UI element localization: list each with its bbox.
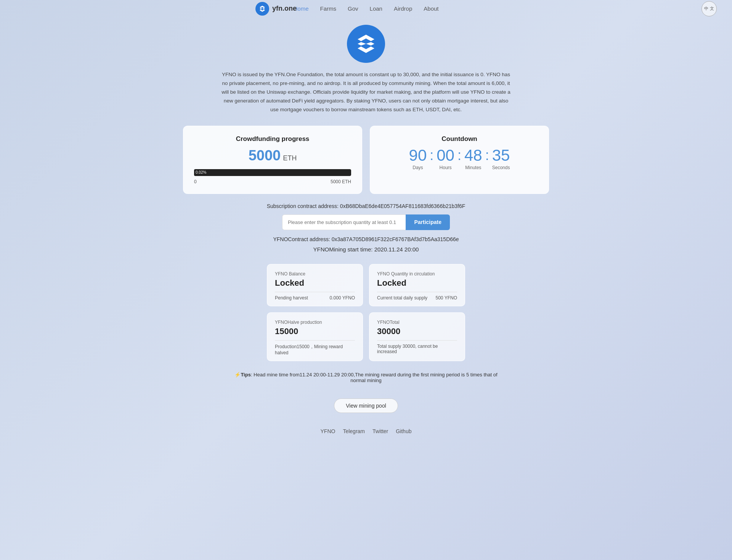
info-card-divider-2 [377, 292, 457, 292]
info-card-balance-row: Pending harvest 0.000 YFNO [275, 295, 355, 301]
cf-range-max: 5000 ETH [331, 179, 351, 184]
info-card-total-row: Total supply 30000, cannot be increased [377, 344, 457, 354]
yfno-contract-label: YFNOContract address: [273, 236, 330, 242]
info-card-balance-value: Locked [275, 278, 355, 288]
footer-links: YFNO Telegram Twitter Github [321, 428, 412, 434]
logo-text: yfn.one [272, 5, 297, 13]
info-card-divider [275, 292, 355, 292]
view-mining-pool-button[interactable]: View mining pool [334, 398, 398, 413]
progress-bar-wrap: 0.02% [194, 169, 351, 176]
tips-body: : Head mine time from11.24 20:00-11.29 2… [251, 372, 498, 383]
info-card-balance-sub-value: 0.000 YFNO [330, 295, 355, 301]
tips-text: ⚡Tips: Head mine time from11.24 20:00-11… [233, 372, 499, 383]
info-card-total-label: YFNOTotal [377, 320, 457, 325]
participate-button[interactable]: Participate [406, 214, 450, 230]
language-button[interactable]: 中 文 [702, 1, 717, 16]
countdown-hours: 00 [437, 147, 454, 163]
description-text: YFNO is issued by the YFN.One Foundation… [221, 70, 511, 114]
info-card-circulation-sub-value: 500 YFNO [436, 295, 457, 301]
info-card-divider-4 [377, 340, 457, 341]
yfno-contract-text: YFNOContract address: 0x3a87A705D8961F32… [273, 236, 459, 242]
nav-farms[interactable]: Farms [320, 5, 337, 12]
nav-airdrop[interactable]: Airdrop [394, 5, 412, 12]
countdown-sep-3: : [485, 147, 489, 163]
info-card-circulation-sub-label: Current total daily supply [377, 295, 427, 301]
info-card-balance-label: YFNO Balance [275, 271, 355, 277]
info-grid: YFNO Balance Locked Pending harvest 0.00… [267, 264, 465, 361]
info-card-total-value: 30000 [377, 326, 457, 336]
info-card-circulation-row: Current total daily supply 500 YFNO [377, 295, 457, 301]
countdown-seconds: 35 [492, 147, 510, 163]
footer-github[interactable]: Github [396, 428, 411, 434]
nav-gov[interactable]: Gov [348, 5, 358, 12]
cf-range: 0 5000 ETH [194, 179, 351, 184]
countdown-days: 90 [409, 147, 427, 163]
info-card-total-sub-label: Total supply 30000, cannot be increased [377, 344, 457, 354]
cf-range-min: 0 [194, 179, 197, 184]
subscription-contract-address: 0xB68DbaE6de4E057754AF811683fd6366b21b3f… [340, 203, 466, 209]
mining-time-text: YFNOMining start time: 2020.11.24 20:00 [313, 246, 419, 253]
subscription-contract-text: Subscription contract address: 0xB68DbaE… [267, 203, 466, 209]
countdown-title: Countdown [381, 135, 538, 143]
nav-logo[interactable]: yfn.one [255, 2, 297, 16]
logo-icon [255, 2, 269, 16]
countdown-sep-2: : [458, 147, 461, 163]
countdown-hours-block: 00 Hours [437, 147, 454, 170]
progress-label: 0.02% [196, 170, 206, 174]
info-card-balance-sub-label: Pending harvest [275, 295, 308, 301]
progress-bar-fill: 0.02% [194, 169, 241, 176]
navbar: yfn.one Home Farms Gov Loan Airdrop Abou… [0, 0, 732, 17]
countdown-card: Countdown 90 Days : 00 Hours : 48 Minute… [370, 126, 549, 194]
info-card-halve-value: 15000 [275, 326, 355, 336]
countdown-hours-label: Hours [440, 165, 452, 170]
info-card-circulation-value: Locked [377, 278, 457, 288]
subscription-contract-label: Subscription contract address: [267, 203, 339, 209]
nav-links: Home Farms Gov Loan Airdrop About [294, 5, 439, 12]
info-card-halve: YFNOHalve production 15000 Production150… [267, 312, 363, 361]
countdown-sep-1: : [430, 147, 433, 163]
main-content: YFNO is issued by the YFN.One Foundation… [175, 17, 557, 457]
info-card-circulation-label: YFNO Quantity in circulation [377, 271, 457, 277]
yfno-contract-address: 0x3a87A705D8961F322cF6767BAf3d7b5Aa315D6… [332, 236, 459, 242]
info-card-halve-label: YFNOHalve production [275, 320, 355, 325]
subscription-input[interactable] [282, 214, 406, 230]
cards-row: Crowdfunding progress 5000ETH 0.02% 0 50… [183, 126, 549, 194]
nav-about[interactable]: About [424, 5, 438, 12]
info-card-divider-3 [275, 340, 355, 341]
countdown-minutes: 48 [464, 147, 482, 163]
crowdfunding-amount: 5000ETH [194, 147, 351, 164]
nav-loan[interactable]: Loan [370, 5, 382, 12]
countdown-minutes-block: 48 Minutes [464, 147, 482, 170]
countdown-days-block: 90 Days [409, 147, 427, 170]
crowdfunding-card: Crowdfunding progress 5000ETH 0.02% 0 50… [183, 126, 362, 194]
tips-prefix: ⚡Tips [234, 372, 251, 378]
input-row: Participate [282, 214, 450, 230]
info-card-total: YFNOTotal 30000 Total supply 30000, cann… [369, 312, 465, 361]
info-card-circulation: YFNO Quantity in circulation Locked Curr… [369, 264, 465, 306]
footer-twitter[interactable]: Twitter [372, 428, 388, 434]
crowdfunding-title: Crowdfunding progress [194, 135, 351, 143]
countdown-seconds-block: 35 Seconds [492, 147, 510, 170]
countdown-minutes-label: Minutes [465, 165, 481, 170]
info-card-halve-row: Production15000，Mining reward halved [275, 344, 355, 355]
info-card-halve-sub-label: Production15000，Mining reward halved [275, 344, 355, 355]
info-card-balance: YFNO Balance Locked Pending harvest 0.00… [267, 264, 363, 306]
hero-logo-icon [347, 25, 385, 63]
countdown-seconds-label: Seconds [492, 165, 510, 170]
countdown-row: 90 Days : 00 Hours : 48 Minutes : 35 Sec… [381, 147, 538, 170]
footer-telegram[interactable]: Telegram [343, 428, 365, 434]
countdown-days-label: Days [413, 165, 423, 170]
footer-yfno[interactable]: YFNO [321, 428, 336, 434]
